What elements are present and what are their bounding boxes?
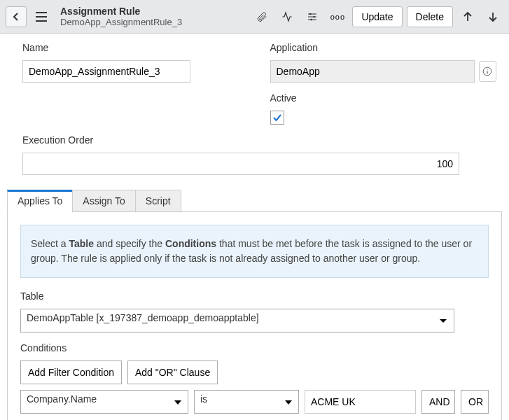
svg-point-0 <box>309 13 312 15</box>
header-toolbar: Assignment Rule DemoApp_AssignmentRule_3… <box>0 0 509 34</box>
menu-button[interactable] <box>31 6 52 27</box>
check-icon <box>272 113 282 122</box>
info-box: Select a Table and specify the Condition… <box>20 225 489 278</box>
activity-icon <box>281 11 293 22</box>
chevron-left-icon <box>12 13 20 21</box>
sliders-icon <box>307 11 318 22</box>
more-button[interactable]: ooo <box>327 6 348 27</box>
conditions-label: Conditions <box>20 342 489 354</box>
table-select-value: DemoAppTable [x_197387_demoapp_demoappta… <box>27 312 259 323</box>
arrow-down-icon <box>488 12 498 22</box>
info-text: Select a <box>31 238 69 249</box>
info-bold-conditions: Conditions <box>165 238 216 249</box>
condition-operator-value: is <box>200 393 207 405</box>
table-label: Table <box>20 290 489 302</box>
svg-point-2 <box>311 18 313 20</box>
info-icon <box>482 66 492 76</box>
info-bold-table: Table <box>69 238 94 249</box>
paperclip-icon <box>256 11 267 22</box>
form-area: Name Application Active Execution Order <box>0 34 509 175</box>
arrow-up-icon <box>463 12 473 22</box>
add-filter-condition-button[interactable]: Add Filter Condition <box>20 360 122 384</box>
tab-bar: Applies To Assign To Script <box>7 189 502 211</box>
execution-order-input[interactable] <box>22 153 459 175</box>
application-info-button[interactable] <box>479 61 496 82</box>
name-input[interactable] <box>22 60 190 83</box>
title-block: Assignment Rule DemoApp_AssignmentRule_3 <box>60 6 247 27</box>
back-button[interactable] <box>6 6 27 27</box>
page-subtitle: DemoApp_AssignmentRule_3 <box>60 17 247 27</box>
application-input <box>270 60 475 83</box>
active-label: Active <box>270 92 497 104</box>
svg-point-4 <box>487 69 488 69</box>
info-text: and specify the <box>94 238 165 249</box>
svg-point-1 <box>314 15 316 18</box>
tab-assign-to[interactable]: Assign To <box>72 190 135 212</box>
name-label: Name <box>22 42 249 53</box>
application-label: Application <box>270 42 497 53</box>
condition-operator-select[interactable]: is <box>194 390 299 414</box>
add-or-clause-button[interactable]: Add "OR" Clause <box>127 360 218 384</box>
active-checkbox[interactable] <box>270 111 284 125</box>
tab-container: Applies To Assign To Script Select a Tab… <box>7 189 502 420</box>
delete-button[interactable]: Delete <box>407 6 453 27</box>
settings-button[interactable] <box>302 6 323 27</box>
tab-applies-to[interactable]: Applies To <box>7 190 73 212</box>
condition-and-button[interactable]: AND <box>421 390 455 414</box>
prev-record-button[interactable] <box>457 6 478 27</box>
tab-panel-applies-to: Select a Table and specify the Condition… <box>7 211 502 420</box>
table-select[interactable]: DemoAppTable [x_197387_demoapp_demoappta… <box>20 309 454 332</box>
condition-row: Company.Name is AND OR <box>20 390 489 414</box>
hamburger-icon <box>36 12 47 22</box>
activity-button[interactable] <box>277 6 298 27</box>
execution-order-label: Execution Order <box>22 134 496 146</box>
next-record-button[interactable] <box>482 6 503 27</box>
attachment-button[interactable] <box>251 6 272 27</box>
page-title: Assignment Rule <box>60 6 247 17</box>
condition-or-button[interactable]: OR <box>461 390 489 414</box>
condition-field-select[interactable]: Company.Name <box>20 390 188 414</box>
condition-field-value: Company.Name <box>27 393 97 405</box>
condition-value-input[interactable] <box>305 390 416 414</box>
tab-script[interactable]: Script <box>135 190 181 212</box>
update-button[interactable]: Update <box>352 6 402 27</box>
